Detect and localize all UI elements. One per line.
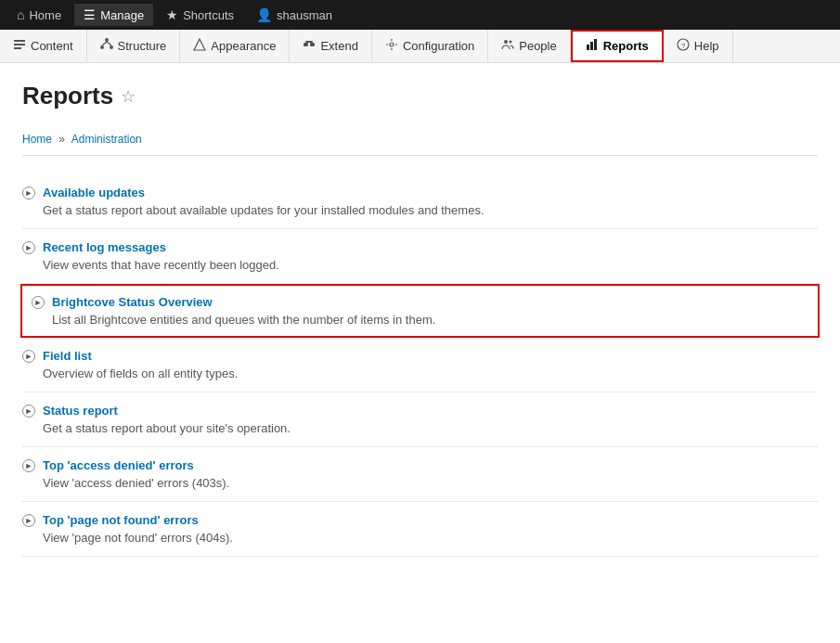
report-title-field-list[interactable]: Field list: [43, 349, 92, 363]
report-item-header: ►Status report: [22, 404, 818, 418]
svg-rect-8: [304, 43, 308, 46]
report-title-available-updates[interactable]: Available updates: [43, 186, 145, 199]
nav-reports[interactable]: Reports: [571, 30, 664, 62]
svg-point-4: [100, 45, 104, 49]
bookmark-icon[interactable]: ☆: [121, 86, 136, 107]
svg-line-7: [107, 42, 111, 45]
svg-rect-14: [587, 45, 589, 50]
svg-rect-0: [14, 40, 25, 42]
report-title-top-access-denied[interactable]: Top 'access denied' errors: [43, 458, 194, 472]
report-desc-status-report: Get a status report about your site's op…: [43, 421, 818, 435]
nav-reports-label: Reports: [603, 39, 649, 53]
nav-appearance-label: Appearance: [211, 39, 276, 53]
page-title-area: Reports ☆: [22, 82, 818, 118]
content-icon: [13, 38, 26, 54]
report-title-top-page-not-found[interactable]: Top 'page not found' errors: [43, 513, 199, 527]
page-title: Reports: [22, 82, 113, 110]
svg-point-5: [110, 45, 113, 49]
report-item-header: ►Top 'page not found' errors: [22, 513, 818, 527]
report-desc-brightcove-status-overview: List all Brightcove entities and queues …: [52, 313, 808, 327]
breadcrumb-home[interactable]: Home: [22, 133, 52, 146]
manage-icon: ☰: [84, 7, 96, 22]
report-desc-top-access-denied: View 'access denied' errors (403s).: [43, 476, 818, 490]
report-title-brightcove-status-overview[interactable]: Brightcove Status Overview: [52, 295, 213, 309]
svg-rect-16: [594, 39, 597, 50]
svg-text:?: ?: [681, 42, 686, 50]
svg-point-12: [504, 40, 508, 44]
report-title-status-report[interactable]: Status report: [43, 404, 118, 418]
svg-rect-2: [14, 47, 21, 49]
nav-people-label: People: [519, 39, 556, 53]
star-icon: ★: [166, 7, 178, 22]
admin-bar-user-label: shausman: [277, 8, 332, 22]
expand-icon[interactable]: ►: [22, 186, 35, 199]
admin-bar-manage[interactable]: ☰ Manage: [74, 4, 153, 26]
breadcrumb-admin[interactable]: Administration: [71, 133, 142, 146]
report-item-header: ►Available updates: [22, 186, 818, 199]
admin-bar: ⌂ Home ☰ Manage ★ Shortcuts 👤 shausman: [0, 0, 840, 30]
user-icon: 👤: [256, 7, 272, 22]
people-icon: [501, 38, 514, 54]
nav-content[interactable]: Content: [0, 30, 87, 62]
nav-appearance[interactable]: Appearance: [180, 30, 290, 62]
report-item-top-page-not-found: ►Top 'page not found' errorsView 'page n…: [22, 502, 818, 557]
main-nav: Content Structure Appearance Extend Conf…: [0, 30, 840, 63]
nav-content-label: Content: [31, 39, 73, 53]
svg-rect-1: [14, 44, 25, 45]
report-item-header: ►Recent log messages: [22, 240, 818, 254]
nav-configuration-label: Configuration: [403, 39, 474, 53]
admin-bar-home[interactable]: ⌂ Home: [7, 4, 71, 26]
nav-configuration[interactable]: Configuration: [372, 30, 488, 62]
expand-icon[interactable]: ►: [22, 514, 35, 527]
report-item-header: ►Brightcove Status Overview: [32, 295, 808, 309]
nav-extend-label: Extend: [320, 39, 357, 53]
svg-point-11: [390, 43, 394, 46]
report-item-brightcove-status-overview: ►Brightcove Status OverviewList all Brig…: [20, 284, 820, 338]
structure-icon: [100, 38, 113, 54]
svg-rect-15: [590, 42, 593, 50]
svg-rect-10: [305, 41, 313, 43]
configuration-icon: [385, 38, 398, 54]
breadcrumb: Home » Administration: [22, 133, 818, 156]
svg-rect-9: [310, 43, 315, 46]
extend-icon: [303, 38, 316, 54]
appearance-icon: [193, 38, 206, 54]
reports-list: ►Available updatesGet a status report ab…: [22, 174, 818, 557]
page-content: Reports ☆ Home » Administration ►Availab…: [0, 63, 840, 575]
report-item-top-access-denied: ►Top 'access denied' errorsView 'access …: [22, 447, 818, 502]
report-desc-field-list: Overview of fields on all entity types.: [43, 367, 818, 380]
nav-structure[interactable]: Structure: [87, 30, 181, 62]
admin-bar-user[interactable]: 👤 shausman: [247, 4, 342, 26]
admin-bar-home-label: Home: [29, 8, 61, 22]
admin-bar-shortcuts-label: Shortcuts: [183, 8, 234, 22]
nav-structure-label: Structure: [118, 39, 167, 53]
home-icon: ⌂: [17, 7, 24, 22]
report-item-field-list: ►Field listOverview of fields on all ent…: [22, 338, 818, 392]
nav-help-label: Help: [694, 39, 719, 53]
report-item-header: ►Top 'access denied' errors: [22, 458, 818, 472]
nav-extend[interactable]: Extend: [290, 30, 371, 62]
expand-icon[interactable]: ►: [22, 350, 35, 363]
report-desc-recent-log-messages: View events that have recently been logg…: [43, 258, 818, 272]
nav-people[interactable]: People: [488, 30, 570, 62]
expand-icon[interactable]: ►: [22, 241, 35, 254]
report-item-recent-log-messages: ►Recent log messagesView events that hav…: [22, 229, 818, 284]
svg-line-6: [102, 42, 107, 45]
report-title-recent-log-messages[interactable]: Recent log messages: [43, 240, 166, 254]
expand-icon[interactable]: ►: [22, 459, 35, 472]
expand-icon[interactable]: ►: [32, 296, 45, 309]
expand-icon[interactable]: ►: [22, 405, 35, 418]
admin-bar-manage-label: Manage: [100, 8, 144, 22]
report-item-available-updates: ►Available updatesGet a status report ab…: [22, 174, 818, 229]
report-desc-available-updates: Get a status report about available upda…: [43, 203, 818, 217]
svg-point-3: [105, 38, 109, 42]
report-item-status-report: ►Status reportGet a status report about …: [22, 392, 818, 447]
svg-point-13: [510, 41, 512, 44]
report-desc-top-page-not-found: View 'page not found' errors (404s).: [43, 531, 818, 545]
reports-icon: [586, 38, 599, 54]
admin-bar-shortcuts[interactable]: ★ Shortcuts: [157, 4, 243, 26]
report-item-header: ►Field list: [22, 349, 818, 363]
nav-help[interactable]: ? Help: [664, 30, 733, 62]
help-icon: ?: [677, 38, 690, 54]
breadcrumb-separator: »: [58, 133, 65, 146]
